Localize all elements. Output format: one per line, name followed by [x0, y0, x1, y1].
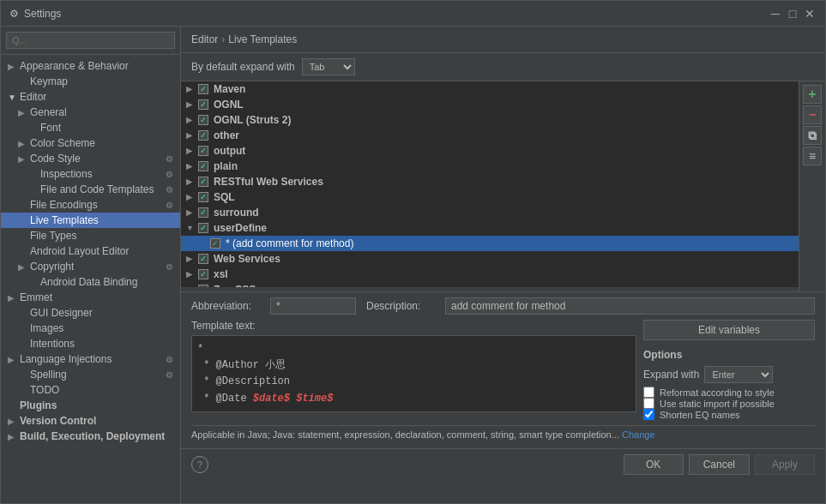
options-title: Options [643, 349, 815, 361]
checkbox-zen-css[interactable] [198, 285, 208, 287]
checkbox-other[interactable] [198, 130, 208, 141]
template-item-restful[interactable]: ▶RESTful Web Services [181, 174, 799, 189]
help-button[interactable]: ? [191, 456, 208, 473]
shorten-eq-checkbox[interactable] [643, 409, 654, 420]
expand-with-select[interactable]: Enter Tab Space [704, 366, 773, 383]
template-item-userdefine[interactable]: ▼userDefine [181, 220, 799, 236]
checkbox-sql[interactable] [198, 192, 208, 202]
change-link[interactable]: Change [622, 429, 655, 440]
sidebar-item-gui-designer[interactable]: GUI Designer [1, 305, 180, 321]
sidebar-item-keymap[interactable]: Keymap [1, 74, 180, 89]
sidebar-item-android-data[interactable]: Android Data Binding [1, 274, 180, 290]
applicable-text: Applicable in Java; Java: statement, exp… [191, 429, 619, 440]
sidebar-item-intentions[interactable]: Intentions [1, 336, 180, 351]
static-import-checkbox[interactable] [643, 398, 654, 409]
checkbox-ognl[interactable] [198, 99, 208, 110]
edit-area: Abbreviation: Description: Template text… [181, 291, 825, 448]
sidebar-item-copyright[interactable]: ▶Copyright⚙ [1, 259, 180, 274]
add-template-button[interactable]: + [803, 85, 822, 104]
sidebar-item-plugins[interactable]: Plugins [1, 398, 180, 413]
sidebar-item-spelling[interactable]: Spelling⚙ [1, 367, 180, 382]
checkbox-plain[interactable] [198, 161, 208, 171]
checkbox-web-services[interactable] [198, 254, 208, 264]
checkbox-restful[interactable] [198, 177, 208, 187]
sidebar-item-code-style[interactable]: ▶Code Style⚙ [1, 151, 180, 166]
template-item-plain[interactable]: ▶plain [181, 159, 799, 174]
copy-template-button[interactable]: ⧉ [803, 126, 822, 145]
checkbox-output[interactable] [198, 146, 208, 156]
breadcrumb-part1: Editor [191, 33, 218, 45]
sidebar-item-emmet[interactable]: ▶Emmet [1, 290, 180, 305]
checkbox-maven[interactable] [198, 84, 208, 94]
sidebar-item-todo[interactable]: TODO [1, 382, 180, 398]
template-item-sql[interactable]: ▶SQL [181, 189, 799, 205]
static-import-label: Use static import if possible [660, 399, 775, 409]
template-item-ognl[interactable]: ▶OGNL [181, 97, 799, 112]
sidebar-label-android-data: Android Data Binding [40, 276, 137, 288]
search-box [1, 27, 180, 55]
ok-button[interactable]: OK [624, 454, 684, 475]
remove-template-button[interactable]: − [803, 105, 822, 124]
sidebar-item-color-scheme[interactable]: ▶Color Scheme [1, 135, 180, 151]
template-label-userdefine: userDefine [214, 222, 267, 234]
expand-label: By default expand with [191, 61, 295, 73]
sidebar-item-live-templates[interactable]: Live Templates [1, 213, 180, 228]
minimize-button[interactable]: ─ [769, 7, 782, 21]
template-editor[interactable]: * * @Author 小思 * @Description * @Date $d… [191, 335, 636, 412]
template-item-xsl[interactable]: ▶xsl [181, 267, 799, 282]
maximize-button[interactable]: □ [786, 7, 799, 21]
sidebar-tree: ▶Appearance & BehaviorKeymap▼Editor▶Gene… [1, 55, 180, 503]
sidebar-item-appearance[interactable]: ▶Appearance & Behavior [1, 58, 180, 74]
checkbox-surround[interactable] [198, 207, 208, 218]
description-input[interactable] [445, 297, 815, 315]
sidebar-item-file-code-templates[interactable]: File and Code Templates⚙ [1, 182, 180, 197]
sidebar-item-inspections[interactable]: Inspections⚙ [1, 166, 180, 182]
expand-select[interactable]: Tab Enter Space [302, 58, 355, 75]
sidebar-label-build-exec: Build, Execution, Deployment [20, 430, 165, 442]
template-list: ▶Maven▶OGNL▶OGNL (Struts 2)▶other▶output… [181, 81, 799, 287]
template-item-userdefine-child[interactable]: * (add comment for method) [181, 236, 799, 251]
sidebar-item-general[interactable]: ▶General [1, 105, 180, 120]
settings-icon: ⚙ [9, 8, 19, 20]
sidebar-label-spelling: Spelling [30, 369, 67, 381]
template-item-surround[interactable]: ▶surround [181, 205, 799, 220]
template-item-output[interactable]: ▶output [181, 143, 799, 159]
sidebar-item-build-exec[interactable]: ▶Build, Execution, Deployment [1, 429, 180, 444]
checkbox-userdefine-child[interactable] [210, 238, 220, 249]
cancel-button[interactable]: Cancel [689, 454, 750, 475]
sidebar-item-language-injections[interactable]: ▶Language Injections⚙ [1, 351, 180, 367]
template-item-zen-css[interactable]: ▶Zen CSS [181, 282, 799, 287]
sidebar-label-file-types: File Types [30, 230, 76, 242]
sidebar-item-images[interactable]: Images [1, 321, 180, 336]
checkbox-userdefine[interactable] [198, 223, 208, 233]
checkbox-ognl-struts[interactable] [198, 115, 208, 125]
sidebar-item-font[interactable]: Font [1, 120, 180, 135]
checkbox-xsl[interactable] [198, 269, 208, 279]
template-item-maven[interactable]: ▶Maven [181, 81, 799, 97]
template-item-web-services[interactable]: ▶Web Services [181, 251, 799, 267]
tree-arrow-general: ▶ [18, 108, 27, 117]
template-label-surround: surround [214, 207, 259, 219]
template-item-ognl-struts[interactable]: ▶OGNL (Struts 2) [181, 112, 799, 128]
static-import-row: Use static import if possible [643, 398, 815, 409]
close-button[interactable]: ✕ [803, 7, 817, 21]
template-label-output: output [214, 145, 245, 157]
sidebar-item-file-encodings[interactable]: File Encodings⚙ [1, 197, 180, 213]
sidebar-item-android-layout[interactable]: Android Layout Editor [1, 243, 180, 259]
group-arrow-ognl-struts: ▶ [186, 116, 193, 124]
sidebar-item-version-control[interactable]: ▶Version Control [1, 413, 180, 429]
reformat-checkbox[interactable] [643, 387, 654, 398]
template-item-other[interactable]: ▶other [181, 128, 799, 143]
sidebar-item-file-types[interactable]: File Types [1, 228, 180, 243]
template-text-label: Template text: [191, 320, 636, 332]
edit-variables-button[interactable]: Edit variables [643, 320, 815, 340]
shorten-eq-label: Shorten EQ names [660, 410, 740, 420]
apply-button[interactable]: Apply [755, 454, 815, 475]
search-input[interactable] [6, 32, 175, 49]
sidebar-label-intentions: Intentions [30, 338, 75, 350]
sidebar-item-editor[interactable]: ▼Editor [1, 89, 180, 105]
move-template-button[interactable]: ≡ [803, 147, 822, 165]
gear-icon-file-code-templates: ⚙ [166, 185, 173, 195]
sidebar-label-file-encodings: File Encodings [30, 199, 98, 211]
abbreviation-input[interactable] [270, 297, 356, 315]
